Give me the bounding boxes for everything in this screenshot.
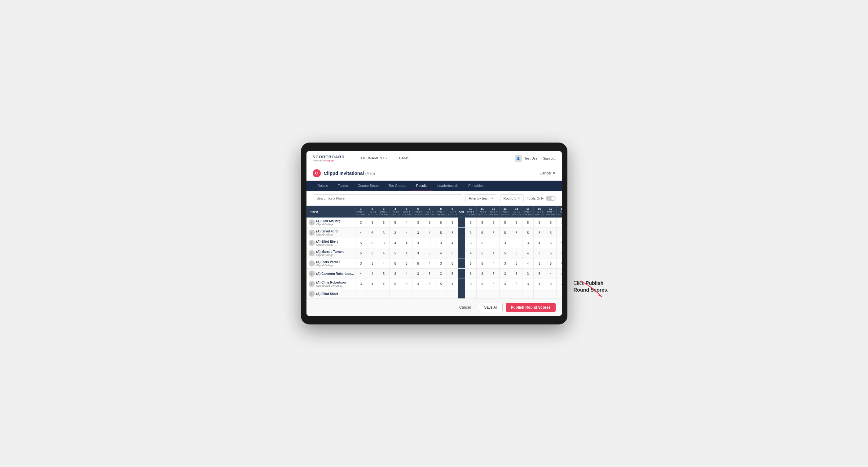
score-h14[interactable]: 3 (511, 228, 522, 238)
score-h16[interactable]: 4 (534, 238, 545, 248)
score-h17[interactable]: 5 (545, 248, 557, 258)
score-h3[interactable] (378, 289, 390, 299)
score-h10[interactable]: 3 (465, 218, 476, 228)
score-h8[interactable]: 6 (435, 218, 446, 228)
score-h10[interactable]: 3 (465, 238, 476, 248)
score-h5[interactable]: 4 (401, 269, 412, 279)
score-h1[interactable]: 5 (355, 238, 367, 248)
score-h13[interactable]: 4 (499, 279, 511, 289)
score-h4[interactable]: 5 (390, 218, 401, 228)
score-h16[interactable]: 6 (534, 218, 545, 228)
score-h11[interactable] (476, 289, 488, 299)
score-h14[interactable] (511, 289, 522, 299)
score-h10[interactable]: 5 (465, 258, 476, 269)
tab-printables[interactable]: Printables (463, 181, 488, 191)
score-h1[interactable] (355, 289, 367, 299)
score-h11[interactable]: 5 (476, 218, 488, 228)
score-h9[interactable]: 3 (446, 228, 458, 238)
score-h16[interactable]: 3 (534, 258, 545, 269)
tab-teams[interactable]: Teams (333, 181, 353, 191)
score-h9[interactable]: 3 (446, 218, 458, 228)
score-h7[interactable]: 5 (424, 238, 435, 248)
score-h14[interactable]: 3 (511, 218, 522, 228)
toggle-switch[interactable] (546, 196, 556, 201)
score-h14[interactable]: 5 (511, 279, 522, 289)
tab-results[interactable]: Results (411, 181, 433, 191)
score-h7[interactable]: 5 (424, 269, 435, 279)
score-h8[interactable]: 5 (435, 279, 446, 289)
nav-teams[interactable]: TEAMS (392, 151, 414, 166)
score-h17[interactable]: 6 (545, 238, 557, 248)
score-h3[interactable]: 4 (378, 279, 390, 289)
score-h16[interactable]: 3 (534, 248, 545, 258)
score-h17[interactable]: 3 (545, 279, 557, 289)
score-h5[interactable]: 4 (401, 238, 412, 248)
cancel-button[interactable]: Cancel (454, 303, 476, 312)
score-h10[interactable]: 6 (465, 269, 476, 279)
score-h11[interactable]: 5 (476, 228, 488, 238)
score-h11[interactable]: 5 (476, 258, 488, 269)
score-h18[interactable]: 3 (557, 218, 562, 228)
score-h15[interactable]: 3 (522, 238, 534, 248)
score-h2[interactable]: 3 (367, 258, 378, 269)
score-h5[interactable]: 4 (401, 248, 412, 258)
score-h18[interactable]: 4 (557, 228, 562, 238)
score-h6[interactable]: 3 (412, 218, 424, 228)
score-h18[interactable]: 6 (557, 258, 562, 269)
score-h12[interactable]: 3 (488, 238, 499, 248)
score-h7[interactable]: 4 (424, 228, 435, 238)
score-h1[interactable]: 3 (355, 279, 367, 289)
score-h1[interactable]: 5 (355, 248, 367, 258)
score-h8[interactable]: 3 (435, 238, 446, 248)
score-h5[interactable]: 4 (401, 228, 412, 238)
score-h16[interactable]: 3 (534, 228, 545, 238)
score-h4[interactable]: 5 (390, 248, 401, 258)
publish-round-scores-button[interactable]: Publish Round Scores (506, 303, 555, 312)
score-h4[interactable]: 3 (390, 228, 401, 238)
score-h18[interactable]: 3 (557, 269, 562, 279)
score-h5[interactable]: 4 (401, 218, 412, 228)
score-h18[interactable]: 3 (557, 279, 562, 289)
score-h18[interactable] (557, 289, 562, 299)
score-h12[interactable]: 3 (488, 228, 499, 238)
score-h4[interactable]: 4 (390, 238, 401, 248)
tab-tee-groups[interactable]: Tee Groups (384, 181, 411, 191)
score-h6[interactable]: 5 (412, 258, 424, 269)
score-h5[interactable]: 3 (401, 258, 412, 269)
score-h6[interactable] (412, 289, 424, 299)
score-h15[interactable]: 5 (522, 228, 534, 238)
score-h13[interactable]: 3 (499, 269, 511, 279)
score-h9[interactable]: 4 (446, 279, 458, 289)
score-h18[interactable]: 5 (557, 238, 562, 248)
score-h13[interactable] (499, 289, 511, 299)
score-h12[interactable]: 5 (488, 269, 499, 279)
score-h15[interactable]: 3 (522, 279, 534, 289)
score-h7[interactable] (424, 289, 435, 299)
filter-by-team-select[interactable]: Filter by team ▼ (465, 194, 497, 203)
tournament-cancel-button[interactable]: Cancel ✕ (539, 171, 555, 176)
score-h9[interactable] (446, 289, 458, 299)
totals-only-toggle[interactable]: Totals Only (527, 196, 555, 201)
nav-tournaments[interactable]: TOURNAMENTS (354, 151, 392, 166)
score-h11[interactable]: 5 (476, 279, 488, 289)
score-h14[interactable]: 5 (511, 258, 522, 269)
score-h15[interactable]: 3 (522, 269, 534, 279)
score-h16[interactable]: 5 (534, 269, 545, 279)
score-h10[interactable]: 3 (465, 279, 476, 289)
score-h8[interactable]: 3 (435, 269, 446, 279)
score-h16[interactable]: 4 (534, 279, 545, 289)
score-h12[interactable]: 4 (488, 258, 499, 269)
score-h9[interactable]: 5 (446, 269, 458, 279)
score-h11[interactable]: 5 (476, 248, 488, 258)
tab-course-setup[interactable]: Course Setup (353, 181, 384, 191)
score-h3[interactable]: 5 (378, 218, 390, 228)
score-h15[interactable]: 5 (522, 218, 534, 228)
score-h13[interactable]: 5 (499, 248, 511, 258)
score-h1[interactable]: 4 (355, 228, 367, 238)
score-h12[interactable]: 4 (488, 248, 499, 258)
score-h3[interactable]: 4 (378, 258, 390, 269)
score-h11[interactable]: 3 (476, 269, 488, 279)
score-h13[interactable]: 3 (499, 258, 511, 269)
score-h9[interactable]: 4 (446, 238, 458, 248)
score-h8[interactable]: 3 (435, 258, 446, 269)
